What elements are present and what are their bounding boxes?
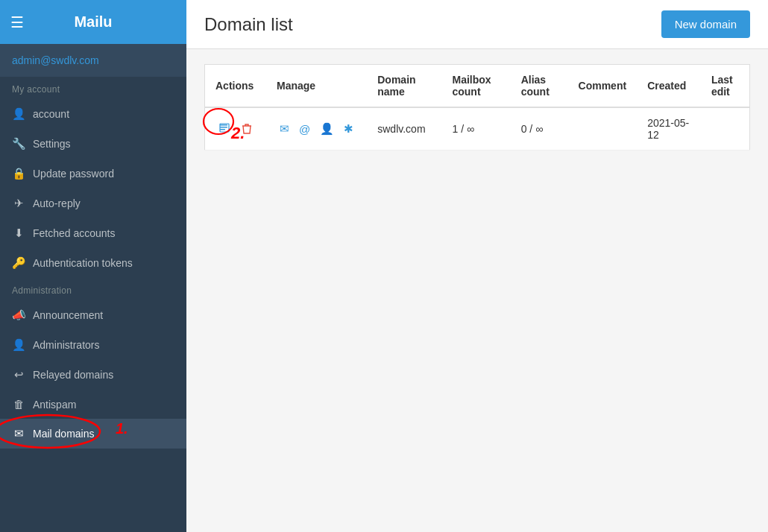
col-created: Created [637, 65, 701, 108]
sidebar-item-fetched-accounts[interactable]: ⬇ Fetched accounts [0, 218, 186, 248]
key-icon: 🔑 [12, 256, 25, 270]
table-body: ✉ @ 👤 ✱ swdlv.com 1 / ∞ 0 / ∞ 2021-05-12 [205, 107, 750, 151]
sidebar-item-mail-domains[interactable]: ✉ Mail domains [0, 419, 186, 449]
sidebar-item-account[interactable]: 👤 account [0, 99, 186, 129]
sidebar-item-settings[interactable]: 🔧 Settings [0, 129, 186, 159]
main-content: Domain list New domain Actions Manage Do… [186, 0, 768, 532]
manage-cell: ✉ @ 👤 ✱ [266, 107, 367, 151]
top-bar: Domain list New domain [186, 0, 768, 49]
envelope-icon[interactable]: ✉ [277, 121, 292, 137]
svg-rect-3 [220, 129, 225, 130]
sidebar-header: ☰ Mailu [0, 0, 186, 44]
alias-count-cell: 0 / ∞ [511, 107, 568, 151]
sidebar-item-authentication-tokens[interactable]: 🔑 Authentication tokens [0, 248, 186, 278]
auto-reply-icon: ✈ [12, 197, 25, 210]
administration-section: Administration [0, 278, 186, 300]
sidebar-item-label: Auto-reply [33, 197, 81, 209]
col-comment: Comment [568, 65, 638, 108]
table-header: Actions Manage Domain name Mailbox count… [205, 65, 750, 108]
mail-icon: ✉ [12, 427, 25, 440]
app-title: Mailu [74, 13, 112, 30]
sidebar-item-label: Announcement [33, 309, 103, 321]
created-cell: 2021-05-12 [637, 107, 701, 151]
sidebar-item-label: Update password [33, 168, 114, 180]
relay-icon: ↩ [12, 368, 25, 381]
col-manage: Manage [266, 65, 367, 108]
sidebar-item-update-password[interactable]: 🔒 Update password [0, 159, 186, 189]
user-icon[interactable]: 👤 [317, 121, 337, 137]
antispam-icon: 🗑 [12, 398, 25, 411]
domain-name-cell: swdlv.com [367, 107, 441, 151]
sidebar-item-label: Mail domains [33, 428, 94, 440]
sidebar-item-antispam[interactable]: 🗑 Antispam [0, 390, 186, 419]
col-actions: Actions [205, 65, 267, 108]
download-icon: ⬇ [12, 227, 25, 240]
sidebar-item-auto-reply[interactable]: ✈ Auto-reply [0, 189, 186, 218]
col-domain-name: Domain name [367, 65, 441, 108]
svg-rect-2 [220, 127, 227, 128]
my-account-section: My account [0, 77, 186, 99]
sidebar-item-relayed-domains[interactable]: ↩ Relayed domains [0, 360, 186, 390]
hamburger-icon[interactable]: ☰ [10, 13, 24, 31]
new-domain-button[interactable]: New domain [661, 10, 750, 38]
sidebar-item-label: Administrators [33, 339, 99, 351]
sidebar-item-announcement[interactable]: 📣 Announcement [0, 300, 186, 330]
svg-rect-1 [220, 124, 227, 126]
last-edit-cell [701, 107, 750, 151]
sidebar-item-label: Authentication tokens [33, 257, 133, 269]
actions-cell [205, 107, 267, 151]
sidebar-item-label: Fetched accounts [33, 227, 116, 239]
at-icon[interactable]: @ [296, 121, 313, 137]
delete-button[interactable] [238, 121, 256, 137]
mailbox-count-cell: 1 / ∞ [441, 107, 510, 151]
edit-button[interactable] [215, 121, 235, 137]
action-icons [215, 121, 256, 137]
col-mailbox-count: Mailbox count [441, 65, 510, 108]
col-last-edit: Last edit [701, 65, 750, 108]
sidebar-user: admin@swdlv.com [0, 44, 186, 77]
domain-table: Actions Manage Domain name Mailbox count… [204, 64, 750, 151]
lock-icon: 🔒 [12, 167, 25, 180]
comment-cell [568, 107, 638, 151]
page-title: Domain list [204, 14, 293, 35]
settings-icon: 🔧 [12, 137, 25, 151]
admin-icon: 👤 [12, 338, 25, 352]
account-icon: 👤 [12, 107, 25, 121]
sidebar-item-label: account [33, 108, 69, 120]
sidebar-item-label: Relayed domains [33, 369, 113, 381]
col-alias-count: Alias count [511, 65, 568, 108]
table-row: ✉ @ 👤 ✱ swdlv.com 1 / ∞ 0 / ∞ 2021-05-12 [205, 107, 750, 151]
table-wrapper: Actions Manage Domain name Mailbox count… [204, 64, 750, 151]
sidebar-item-label: Antispam [33, 399, 76, 411]
sidebar: ☰ Mailu admin@swdlv.com My account 👤 acc… [0, 0, 186, 532]
announcement-icon: 📣 [12, 308, 25, 322]
content-area: Actions Manage Domain name Mailbox count… [186, 49, 768, 532]
star-icon[interactable]: ✱ [341, 121, 356, 137]
sidebar-item-administrators[interactable]: 👤 Administrators [0, 330, 186, 360]
manage-icons: ✉ @ 👤 ✱ [277, 121, 356, 137]
sidebar-item-label: Settings [33, 138, 71, 150]
